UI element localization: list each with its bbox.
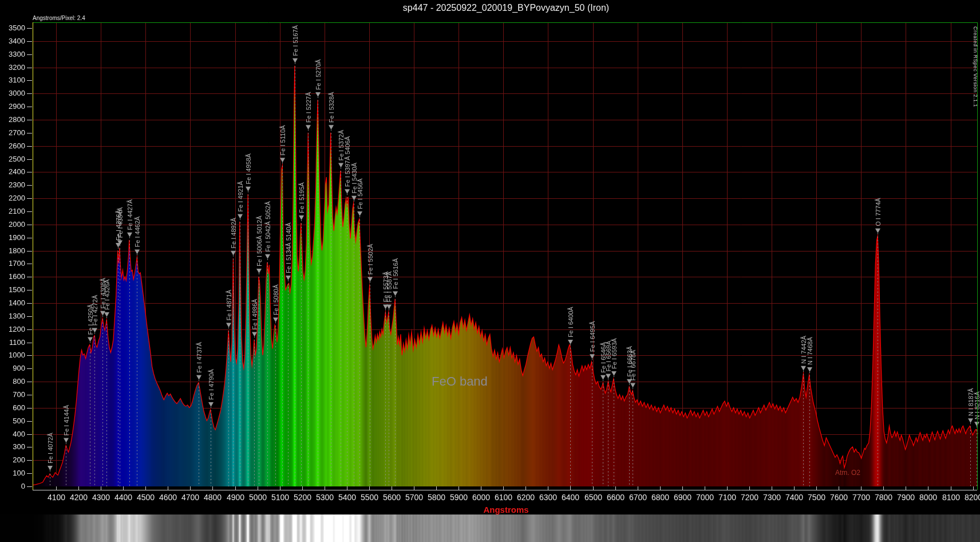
x-axis-title: Angstroms xyxy=(32,505,980,514)
rspec-version-label: Created in RSpec Version 2.1.1 xyxy=(973,26,978,107)
chart-title: sp447 - 20250922_020019_BYPovyazyn_50 (I… xyxy=(32,3,980,13)
feo-band-annotation: FeO band xyxy=(432,374,488,389)
spectrum-plot-canvas[interactable] xyxy=(0,0,980,542)
angstroms-per-pixel-label: Angstroms/Pixel: 2.4 xyxy=(33,15,85,21)
atm-o2-annotation: Atm. O2 xyxy=(835,469,860,477)
